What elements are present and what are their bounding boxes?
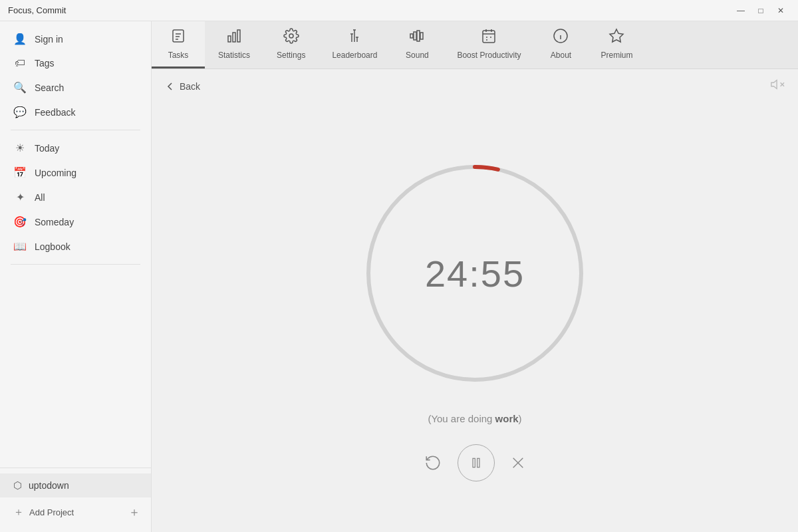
title-bar: Focus, Commit — □ ✕ xyxy=(0,0,798,21)
content-area: Back xyxy=(152,69,798,532)
today-icon: ☀ xyxy=(13,142,27,154)
svg-rect-8 xyxy=(410,34,413,38)
tab-about-label: About xyxy=(551,51,571,60)
statistics-tab-icon xyxy=(226,28,242,47)
minimize-button[interactable]: — xyxy=(732,3,750,18)
sidebar: 👤 Sign in 🏷 Tags 🔍 Search 💬 Feedback ☀ T… xyxy=(0,21,152,532)
tags-icon: 🏷 xyxy=(13,57,27,69)
upcoming-icon: 📅 xyxy=(13,166,27,179)
svg-rect-0 xyxy=(173,30,184,42)
tab-leaderboard-label: Leaderboard xyxy=(332,51,377,60)
tab-premium[interactable]: Premium xyxy=(587,21,646,68)
mute-button[interactable] xyxy=(770,77,785,95)
back-button[interactable]: Back xyxy=(165,81,200,92)
svg-rect-9 xyxy=(414,32,416,40)
sidebar-bottom: ⬡ uptodown ＋ Add Project ＋ xyxy=(0,467,151,532)
app-title: Focus, Commit xyxy=(8,5,66,15)
sidebar-item-logbook-label: Logbook xyxy=(35,241,70,252)
premium-tab-icon xyxy=(608,28,624,47)
svg-rect-5 xyxy=(233,33,235,42)
sidebar-item-sign-in-label: Sign in xyxy=(35,34,63,45)
sidebar-item-today[interactable]: ☀ Today xyxy=(0,136,151,160)
tab-statistics-label: Statistics xyxy=(218,51,250,60)
sound-tab-icon xyxy=(409,28,425,47)
timer-status-pre: (You are doing xyxy=(428,413,495,424)
tasks-tab-icon xyxy=(170,28,186,47)
sidebar-top: 👤 Sign in 🏷 Tags 🔍 Search 💬 Feedback ☀ T… xyxy=(0,21,151,467)
svg-marker-23 xyxy=(771,80,777,89)
sidebar-item-tags-label: Tags xyxy=(35,58,55,68)
tab-sound-label: Sound xyxy=(406,51,429,60)
maximize-button[interactable]: □ xyxy=(751,3,770,18)
search-icon: 🔍 xyxy=(13,81,27,94)
stop-button[interactable] xyxy=(511,456,525,470)
timer-display: 24:55 xyxy=(425,252,525,295)
tab-about[interactable]: About xyxy=(534,21,587,68)
timer-area: 24:55 (You are doing work) xyxy=(152,103,798,532)
window-controls: — □ ✕ xyxy=(732,3,790,18)
all-icon: ✦ xyxy=(13,191,27,203)
svg-rect-12 xyxy=(483,31,495,43)
tab-boost-productivity[interactable]: Boost Productivity xyxy=(444,21,534,68)
sidebar-project-item[interactable]: ⬡ uptodown xyxy=(0,473,151,497)
sidebar-item-feedback[interactable]: 💬 Feedback xyxy=(0,100,151,124)
top-nav: Tasks Statistics Setting xyxy=(152,21,798,69)
add-project-button[interactable]: ＋ Add Project ＋ xyxy=(0,497,151,527)
sidebar-item-sign-in[interactable]: 👤 Sign in xyxy=(0,27,151,51)
tab-premium-label: Premium xyxy=(600,51,632,60)
feedback-icon: 💬 xyxy=(13,106,27,118)
svg-rect-6 xyxy=(237,30,240,42)
project-icon: ⬡ xyxy=(13,479,22,491)
someday-icon: 🎯 xyxy=(13,215,27,228)
sidebar-project-label: uptodown xyxy=(29,480,69,491)
timer-controls xyxy=(424,444,525,481)
timer-status-bold: work xyxy=(495,413,519,424)
tab-tasks-label: Tasks xyxy=(168,51,189,60)
tab-sound[interactable]: Sound xyxy=(390,21,444,68)
timer-status-post: ) xyxy=(519,413,522,424)
boost-productivity-tab-icon xyxy=(481,28,497,47)
sidebar-item-feedback-label: Feedback xyxy=(35,107,75,118)
tab-settings[interactable]: Settings xyxy=(263,21,319,68)
leaderboard-tab-icon xyxy=(346,28,362,47)
close-button[interactable]: ✕ xyxy=(771,3,790,18)
sidebar-divider-2 xyxy=(11,264,140,265)
svg-point-7 xyxy=(289,34,293,38)
sidebar-item-logbook[interactable]: 📖 Logbook xyxy=(0,234,151,259)
svg-rect-10 xyxy=(417,31,420,41)
timer-status: (You are doing work) xyxy=(428,413,521,424)
sidebar-divider-1 xyxy=(11,130,140,130)
pause-button[interactable] xyxy=(458,444,495,481)
sidebar-item-tags[interactable]: 🏷 Tags xyxy=(0,51,151,75)
tab-tasks[interactable]: Tasks xyxy=(152,21,205,68)
sidebar-item-today-label: Today xyxy=(35,143,59,154)
sidebar-item-someday-label: Someday xyxy=(35,217,74,227)
svg-rect-11 xyxy=(420,33,423,39)
restart-button[interactable] xyxy=(424,454,442,471)
settings-tab-icon xyxy=(283,28,299,47)
svg-rect-28 xyxy=(473,458,475,467)
sidebar-item-someday[interactable]: 🎯 Someday xyxy=(0,209,151,234)
add-project-secondary-plus-icon: ＋ xyxy=(128,504,140,520)
timer-circle: 24:55 xyxy=(355,154,595,393)
sidebar-item-all[interactable]: ✦ All xyxy=(0,185,151,209)
sign-in-icon: 👤 xyxy=(13,33,27,45)
tab-leaderboard[interactable]: Leaderboard xyxy=(319,21,390,68)
add-project-label: Add Project xyxy=(29,507,74,517)
tab-statistics[interactable]: Statistics xyxy=(205,21,263,68)
logbook-icon: 📖 xyxy=(13,240,27,253)
svg-rect-29 xyxy=(477,458,479,467)
svg-rect-4 xyxy=(228,36,231,42)
tab-settings-label: Settings xyxy=(277,51,305,60)
about-tab-icon xyxy=(553,28,569,47)
sidebar-item-upcoming[interactable]: 📅 Upcoming xyxy=(0,160,151,185)
sidebar-item-all-label: All xyxy=(35,192,45,203)
app-body: 👤 Sign in 🏷 Tags 🔍 Search 💬 Feedback ☀ T… xyxy=(0,21,798,532)
main-content: Tasks Statistics Setting xyxy=(152,21,798,532)
svg-marker-22 xyxy=(610,29,623,42)
tab-boost-productivity-label: Boost Productivity xyxy=(457,51,521,60)
sidebar-item-search[interactable]: 🔍 Search xyxy=(0,75,151,100)
sidebar-item-upcoming-label: Upcoming xyxy=(35,168,76,178)
back-label: Back xyxy=(180,81,200,92)
sidebar-item-search-label: Search xyxy=(35,82,64,93)
